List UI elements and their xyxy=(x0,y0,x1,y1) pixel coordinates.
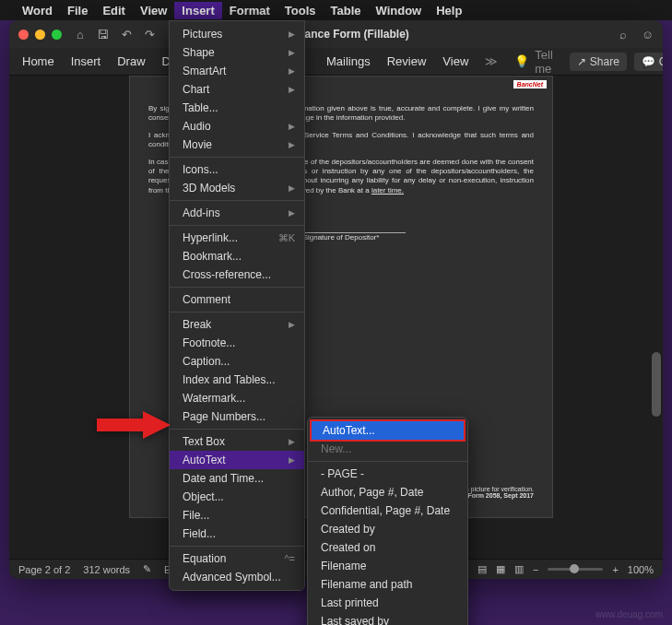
focus-view-icon[interactable]: ▤ xyxy=(477,563,487,575)
menubar-tools[interactable]: Tools xyxy=(285,4,316,18)
insert-menu-item[interactable]: Text Box▶ xyxy=(170,432,304,451)
insert-menu-item[interactable]: Break▶ xyxy=(170,315,304,334)
spellcheck-icon[interactable]: ✎ xyxy=(143,563,151,575)
menu-item-label: Movie xyxy=(183,138,212,151)
titlebar: ⌂ 🖫 ↶ ↷ ↻ Maintenance Form (Fillable) ⌕ … xyxy=(9,20,663,48)
menu-item-label: Audio xyxy=(183,120,211,133)
autotext-entry[interactable]: Created on xyxy=(308,538,467,557)
autotext-entry[interactable]: - PAGE - xyxy=(308,465,467,483)
menubar-view[interactable]: View xyxy=(140,4,167,18)
tab-mailings[interactable]: Mailings xyxy=(326,54,371,68)
menu-separator xyxy=(170,200,304,201)
autotext-menu-item[interactable]: AutoText... xyxy=(310,419,466,442)
menubar-edit[interactable]: Edit xyxy=(102,4,125,18)
insert-menu-item[interactable]: SmartArt▶ xyxy=(170,62,304,80)
insert-menu-item[interactable]: File... xyxy=(170,506,304,525)
menu-item-label: Break xyxy=(183,318,211,331)
insert-menu-item[interactable]: Bookmark... xyxy=(170,247,304,265)
search-icon[interactable]: ⌕ xyxy=(619,28,627,41)
insert-menu-item[interactable]: Audio▶ xyxy=(170,117,304,136)
tab-review[interactable]: Review xyxy=(387,54,427,68)
menu-item-label: Icons... xyxy=(183,163,218,176)
autotext-entry[interactable]: Last saved by xyxy=(308,612,467,625)
autotext-entry[interactable]: Confidential, Page #, Date xyxy=(308,501,467,520)
insert-menu-item[interactable]: AutoText▶ xyxy=(170,451,304,469)
insert-menu-item[interactable]: Table... xyxy=(170,99,304,117)
insert-menu-item[interactable]: Shape▶ xyxy=(170,43,304,62)
autotext-entry[interactable]: Filename and path xyxy=(308,575,467,594)
chevron-right-icon: ▶ xyxy=(289,183,295,193)
menu-separator xyxy=(308,461,467,462)
user-icon[interactable]: ☺ xyxy=(642,28,654,41)
menu-item-label: Shape xyxy=(183,46,215,59)
comments-button[interactable]: 💬 Comments xyxy=(634,53,663,71)
insert-menu-item[interactable]: Object... xyxy=(170,488,304,506)
home-icon[interactable]: ⌂ xyxy=(77,28,84,41)
menu-item-label: Field... xyxy=(183,527,216,540)
share-button[interactable]: ↗ Share xyxy=(570,53,627,71)
undo-icon[interactable]: ↶ xyxy=(122,28,132,41)
insert-menu-item[interactable]: Add-ins▶ xyxy=(170,204,304,222)
svg-marker-0 xyxy=(97,411,171,439)
insert-menu-item[interactable]: 3D Models▶ xyxy=(170,179,304,197)
insert-menu-item[interactable]: Watermark... xyxy=(170,389,304,407)
maximize-button[interactable] xyxy=(52,29,62,40)
insert-menu-item[interactable]: Cross-reference... xyxy=(170,265,304,284)
zoom-level[interactable]: 100% xyxy=(628,564,654,575)
insert-menu-item[interactable]: Footnote... xyxy=(170,334,304,352)
insert-menu-item[interactable]: Chart▶ xyxy=(170,80,304,99)
menu-item-label: Index and Tables... xyxy=(183,373,276,386)
menubar-help[interactable]: Help xyxy=(436,4,462,18)
menu-shortcut: ^= xyxy=(284,553,295,564)
autotext-entry[interactable]: Author, Page #, Date xyxy=(308,483,467,501)
menu-separator xyxy=(170,312,304,312)
save-icon[interactable]: 🖫 xyxy=(97,28,109,41)
chevron-right-icon: ▶ xyxy=(289,29,295,39)
insert-menu-item[interactable]: Movie▶ xyxy=(170,136,304,154)
menubar-table[interactable]: Table xyxy=(331,4,361,18)
autotext-entry[interactable]: Filename xyxy=(308,557,467,575)
insert-menu-item[interactable]: Pictures▶ xyxy=(170,25,304,43)
insert-menu-item[interactable]: Hyperlink...⌘K xyxy=(170,229,304,247)
insert-menu-item[interactable]: Field... xyxy=(170,525,304,543)
redo-icon[interactable]: ↷ xyxy=(145,28,155,41)
insert-menu-item[interactable]: Advanced Symbol... xyxy=(170,568,304,586)
forward-icon[interactable]: ≫ xyxy=(485,54,498,68)
close-button[interactable] xyxy=(18,29,29,40)
menu-item-label: Hyperlink... xyxy=(183,231,238,244)
insert-menu-item[interactable]: Date and Time... xyxy=(170,469,304,488)
status-words[interactable]: 312 words xyxy=(83,564,130,575)
menu-item-label: 3D Models xyxy=(183,182,235,195)
menu-item-label: Comment xyxy=(183,293,230,306)
menu-separator xyxy=(170,546,304,547)
minimize-button[interactable] xyxy=(35,29,45,40)
insert-menu-item[interactable]: Equation^= xyxy=(170,549,304,568)
tab-insert[interactable]: Insert xyxy=(71,54,101,68)
zoom-slider[interactable] xyxy=(548,568,603,571)
insert-menu-item[interactable]: Comment xyxy=(170,290,304,309)
insert-menu-item[interactable]: Icons... xyxy=(170,160,304,179)
tab-home[interactable]: Home xyxy=(22,54,54,68)
menubar-format[interactable]: Format xyxy=(230,4,270,18)
autotext-entry[interactable]: Created by xyxy=(308,520,467,538)
menubar-file[interactable]: File xyxy=(67,4,88,18)
insert-menu-item[interactable]: Caption... xyxy=(170,352,304,371)
status-page[interactable]: Page 2 of 2 xyxy=(18,564,70,575)
menubar-insert[interactable]: Insert xyxy=(174,2,221,19)
tab-view[interactable]: View xyxy=(442,54,468,68)
menubar-app[interactable]: Word xyxy=(22,4,53,18)
print-view-icon[interactable]: ▦ xyxy=(496,563,505,575)
menubar-window[interactable]: Window xyxy=(376,4,422,18)
zoom-out-icon[interactable]: − xyxy=(533,564,538,575)
tab-draw[interactable]: Draw xyxy=(117,54,145,68)
insert-menu-item[interactable]: Page Numbers... xyxy=(170,407,304,426)
traffic-lights xyxy=(18,29,62,40)
insert-menu-item[interactable]: Index and Tables... xyxy=(170,371,304,389)
tellme[interactable]: 💡 Tell me xyxy=(514,48,553,76)
zoom-in-icon[interactable]: + xyxy=(612,564,618,575)
bancnet-logo: BancNet xyxy=(513,80,547,88)
vertical-scrollbar[interactable] xyxy=(652,352,661,417)
autotext-submenu: AutoText...New...- PAGE -Author, Page #,… xyxy=(307,417,468,625)
web-view-icon[interactable]: ▥ xyxy=(514,563,524,575)
autotext-entry[interactable]: Last printed xyxy=(308,594,467,612)
